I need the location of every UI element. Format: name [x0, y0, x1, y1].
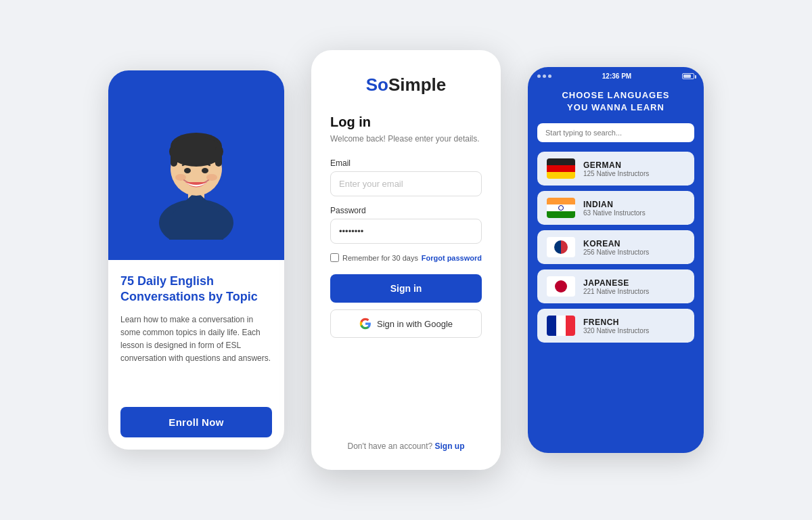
- lang-info-korean: KOREAN 256 Native Instructors: [583, 239, 649, 256]
- svg-point-10: [202, 168, 208, 173]
- flag-de: [547, 158, 575, 179]
- status-bar: 12:36 PM: [528, 67, 704, 83]
- battery-fill: [683, 74, 691, 78]
- remember-row: Remember for 30 days Forgot password: [330, 253, 482, 262]
- email-label: Email: [330, 158, 482, 168]
- google-button-label: Sign in with Google: [377, 319, 453, 329]
- battery-indicator: [682, 73, 694, 79]
- language-item-french[interactable]: FRENCH 320 Native Instructors: [537, 309, 694, 343]
- language-header: CHOOSE LANGUAGES YOU WANNA LEARN: [528, 83, 704, 123]
- flag-in: [547, 198, 575, 218]
- lang-name: JAPANESE: [583, 278, 649, 288]
- brand-logo: SoSimple: [330, 74, 482, 95]
- lang-instructors: 63 Native Instructors: [583, 209, 646, 217]
- lang-name: KOREAN: [583, 239, 649, 248]
- lang-instructors: 256 Native Instructors: [583, 248, 649, 256]
- flag-kr: [547, 237, 575, 257]
- brand-simple: Simple: [388, 74, 446, 95]
- phone3-language-chooser: 12:36 PM CHOOSE LANGUAGES YOU WANNA LEAR…: [528, 67, 704, 453]
- battery-icon: [682, 73, 694, 79]
- dot2: [543, 74, 546, 78]
- phone1-content: 75 Daily English Conversations by Topic …: [108, 260, 284, 450]
- language-item-korean[interactable]: KOREAN 256 Native Instructors: [537, 230, 694, 264]
- lang-info-french: FRENCH 320 Native Instructors: [583, 318, 649, 334]
- sign-up-link[interactable]: Sign up: [435, 441, 465, 451]
- remember-label: Remember for 30 days: [342, 254, 418, 262]
- lang-name: INDIAN: [583, 200, 646, 209]
- header-line1: CHOOSE LANGUAGES: [562, 90, 669, 100]
- language-item-japanese[interactable]: JAPANESE 221 Native Instructors: [537, 269, 694, 303]
- lang-instructors: 221 Native Instructors: [583, 288, 649, 295]
- signup-row: Don't have an account? Sign up: [330, 428, 482, 451]
- sign-in-button[interactable]: Sign in: [330, 274, 482, 303]
- avatar-svg: [142, 91, 250, 240]
- password-label: Password: [330, 206, 482, 215]
- lang-info-german: GERMAN 125 Native Instructors: [583, 160, 649, 177]
- course-description: Learn how to make a conversation in some…: [120, 313, 272, 396]
- lang-instructors: 320 Native Instructors: [583, 327, 649, 334]
- language-item-indian[interactable]: INDIAN 63 Native Instructors: [537, 191, 694, 225]
- svg-point-12: [206, 174, 217, 181]
- language-search-input[interactable]: [537, 123, 694, 142]
- flag-jp: [547, 276, 575, 297]
- language-item-german[interactable]: GERMAN 125 Native Instructors: [537, 152, 694, 186]
- lang-info-japanese: JAPANESE 221 Native Instructors: [583, 278, 649, 295]
- flag-fr: [547, 316, 575, 336]
- phone1-hero-image: [108, 70, 284, 260]
- svg-point-9: [184, 168, 191, 173]
- forgot-password-link[interactable]: Forgot password: [422, 254, 482, 262]
- enroll-now-button[interactable]: Enroll Now: [120, 407, 272, 437]
- login-title: Log in: [330, 114, 482, 130]
- google-icon: [359, 318, 371, 330]
- language-list: GERMAN 125 Native Instructors INDIAN 63 …: [528, 152, 704, 453]
- header-line2: YOU WANNA LEARN: [567, 102, 664, 112]
- svg-rect-7: [171, 146, 177, 167]
- lang-instructors: 125 Native Instructors: [583, 170, 649, 177]
- phone1-course-card: 75 Daily English Conversations by Topic …: [108, 70, 284, 450]
- signal-dots: [537, 74, 551, 78]
- login-subtitle: Welcome back! Please enter your details.: [330, 134, 482, 144]
- password-input[interactable]: [330, 219, 482, 244]
- email-input[interactable]: [330, 171, 482, 196]
- choose-title: CHOOSE LANGUAGES YOU WANNA LEARN: [539, 89, 693, 114]
- lang-name: GERMAN: [583, 160, 649, 170]
- google-sign-in-button[interactable]: Sign in with Google: [330, 309, 482, 338]
- phones-container: 75 Daily English Conversations by Topic …: [0, 23, 812, 497]
- remember-checkbox[interactable]: [330, 253, 339, 262]
- status-time: 12:36 PM: [602, 72, 631, 80]
- svg-point-11: [175, 174, 186, 181]
- phone2-login: SoSimple Log in Welcome back! Please ent…: [311, 50, 501, 470]
- dot3: [548, 74, 551, 78]
- svg-marker-3: [169, 191, 223, 240]
- brand-so: So: [366, 74, 388, 95]
- lang-name: FRENCH: [583, 318, 649, 327]
- course-title: 75 Daily English Conversations by Topic: [120, 274, 272, 305]
- no-account-text: Don't have an account?: [347, 441, 432, 451]
- dot1: [537, 74, 541, 78]
- lang-info-indian: INDIAN 63 Native Instructors: [583, 200, 646, 217]
- svg-rect-8: [215, 146, 222, 167]
- remember-left: Remember for 30 days: [330, 253, 418, 262]
